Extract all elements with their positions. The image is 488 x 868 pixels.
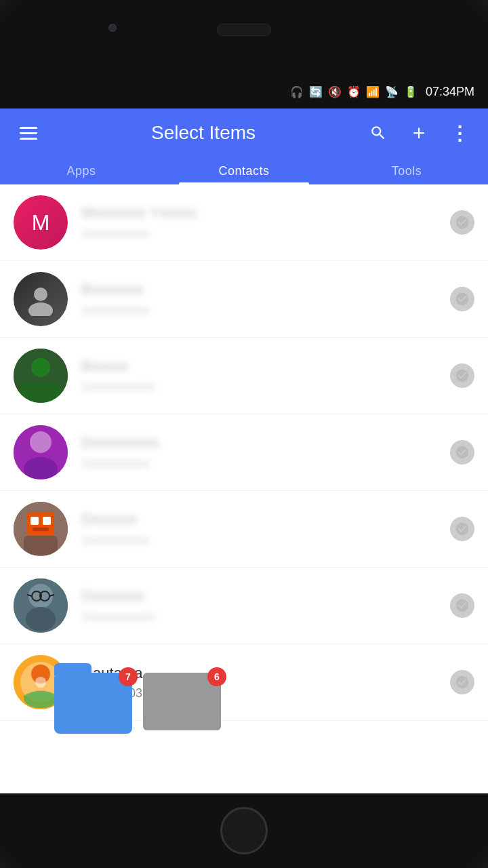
phone-frame: 🎧 🔄 🔇 ⏰ 📶 📡 🔋 07:34PM Select Items — [0, 0, 488, 868]
avatar — [14, 502, 68, 556]
tab-contacts[interactable]: Contacts — [163, 157, 325, 184]
check-icon[interactable] — [450, 287, 474, 311]
tab-apps[interactable]: Apps — [0, 157, 163, 184]
toolbar: Select Items + ⋮ Apps Contacts Too — [0, 108, 488, 184]
contact-phone: 1xxxxxxxxxx — [81, 456, 443, 471]
avatar — [14, 578, 68, 633]
contact-name: Bxxxxx — [81, 357, 443, 375]
contact-phone: 1xxxxxxxxxx — [81, 303, 443, 317]
toolbar-row: Select Items + ⋮ — [0, 108, 488, 157]
phone-screen: 🎧 🔄 🔇 ⏰ 📶 📡 🔋 07:34PM Select Items — [0, 75, 488, 793]
check-icon[interactable] — [450, 440, 474, 465]
status-bar: 🎧 🔄 🔇 ⏰ 📶 📡 🔋 07:34PM — [0, 75, 488, 108]
bottom-bezel — [0, 793, 488, 868]
check-icon[interactable] — [450, 593, 474, 618]
contact-phone: 1xxxxxxxxxx — [81, 533, 443, 547]
status-time: 07:34PM — [426, 85, 474, 99]
alarm-icon: ⏰ — [347, 85, 361, 98]
tab-tools[interactable]: Tools — [325, 157, 488, 184]
contact-info: Bxxxxxxx 1xxxxxxxxxx — [81, 281, 443, 317]
svg-rect-12 — [33, 528, 49, 531]
contact-phone: 536912303 — [81, 686, 443, 701]
menu-button[interactable] — [14, 118, 43, 148]
avatar: M — [14, 195, 68, 250]
contact-phone: 1xxxxxxxxxxx — [81, 380, 443, 394]
wifi-icon: 📶 — [366, 85, 380, 98]
toolbar-title: Select Items — [54, 122, 352, 144]
contact-name: Dxxxxxx — [81, 511, 443, 528]
home-button[interactable] — [220, 807, 268, 854]
more-button[interactable]: ⋮ — [445, 118, 474, 148]
avatar — [14, 349, 68, 403]
contact-name: Dxxxxxxx — [81, 587, 443, 605]
contact-list: M Mxxxxxxx Yxxxxx 1xxxxxxxxxx — [0, 184, 488, 793]
list-item[interactable]: H Hxxxxxxxx 1xxxxxxxxxx — [0, 789, 488, 793]
svg-point-1 — [28, 302, 53, 316]
list-item[interactable]: Dxxxxxxx 1xxxxxxxxxxx — [0, 568, 488, 644]
avatar — [14, 655, 68, 709]
svg-rect-11 — [43, 517, 51, 525]
check-icon[interactable] — [450, 670, 474, 694]
list-item[interactable]: Gautama 536912303 7 — [0, 644, 488, 721]
list-item[interactable]: Dxxxxxxxxx 1xxxxxxxxxx — [0, 414, 488, 491]
signal-icon: 📡 — [385, 85, 399, 98]
contact-name: Mxxxxxxx Yxxxxx — [81, 204, 443, 222]
check-icon[interactable] — [450, 363, 474, 388]
svg-point-6 — [30, 431, 52, 453]
check-icon[interactable] — [450, 210, 474, 235]
contact-info: Bxxxxx 1xxxxxxxxxxx — [81, 357, 443, 393]
search-button[interactable] — [363, 118, 393, 148]
contact-phone: 1xxxxxxxxxx — [81, 226, 443, 241]
contact-phone: 1xxxxxxxxxxx — [81, 610, 443, 624]
camera — [108, 24, 117, 32]
contact-info: Dxxxxxxx 1xxxxxxxxxxx — [81, 587, 443, 623]
list-item[interactable]: Dxxxxxx 1xxxxxxxxxx — [0, 491, 488, 568]
svg-point-0 — [34, 288, 47, 301]
avatar — [14, 425, 68, 479]
sync-icon: 🔄 — [309, 85, 323, 98]
svg-point-3 — [31, 358, 50, 377]
svg-point-21 — [26, 607, 56, 631]
avatar — [14, 272, 68, 326]
contact-info: Dxxxxxx 1xxxxxxxxxx — [81, 511, 443, 547]
svg-rect-13 — [24, 536, 58, 555]
tabs-row: Apps Contacts Tools — [0, 157, 488, 184]
top-bezel — [0, 0, 488, 75]
list-item[interactable]: M Mxxxxxxx Yxxxxx 1xxxxxxxxxx — [0, 184, 488, 261]
svg-rect-4 — [20, 382, 61, 403]
check-icon[interactable] — [450, 517, 474, 541]
contact-name: Gautama — [81, 665, 443, 682]
contact-name: Dxxxxxxxxx — [81, 434, 443, 452]
list-item[interactable]: Bxxxxx 1xxxxxxxxxxx — [0, 338, 488, 414]
list-item[interactable]: Bxxxxxxx 1xxxxxxxxxx — [0, 261, 488, 338]
contact-info: Gautama 536912303 — [81, 665, 443, 701]
speaker — [217, 24, 271, 36]
contact-info: Mxxxxxxx Yxxxxx 1xxxxxxxxxx — [81, 204, 443, 240]
svg-rect-10 — [30, 517, 39, 525]
battery-icon: 🔋 — [404, 85, 418, 98]
add-button[interactable]: + — [404, 118, 434, 148]
mute-icon: 🔇 — [328, 85, 342, 98]
contact-info: Dxxxxxxxxx 1xxxxxxxxxx — [81, 434, 443, 470]
contact-name: Bxxxxxxx — [81, 281, 443, 298]
headphone-icon: 🎧 — [290, 85, 304, 98]
svg-point-25 — [35, 677, 46, 688]
